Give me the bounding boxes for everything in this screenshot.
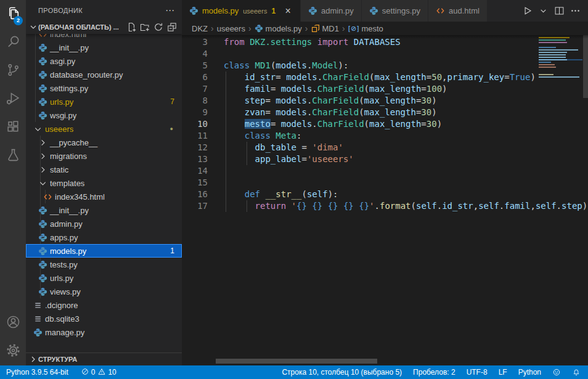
new-file-icon[interactable] bbox=[126, 22, 136, 32]
code-line[interactable]: 16 def __str__(self): bbox=[182, 189, 588, 200]
tree-item-apps.py[interactable]: apps.py bbox=[26, 230, 182, 244]
tree-item-__init__.py[interactable]: __init__.py bbox=[26, 203, 182, 217]
code-line[interactable]: 4 bbox=[182, 48, 588, 60]
workspace-section-header[interactable]: (РАБОЧАЯ ОБЛАСТЬ) ... bbox=[26, 20, 182, 34]
breadcrumb-item-mesto[interactable]: [⊘]mesto bbox=[348, 24, 383, 33]
status-python-version[interactable]: Python 3.9.5 64-bit bbox=[2, 365, 72, 379]
tree-item-admin.py[interactable]: admin.py bbox=[26, 217, 182, 230]
source-control-activity-button[interactable] bbox=[0, 57, 26, 85]
code-line[interactable]: 7 famil= models.CharField(max_length=100… bbox=[182, 83, 588, 95]
chevron-right-icon bbox=[37, 151, 48, 161]
code-line[interactable]: 3from DKZ.settings import DATABASES bbox=[182, 36, 588, 48]
code-line[interactable]: 11 class Meta: bbox=[182, 130, 588, 142]
python-icon bbox=[37, 205, 48, 215]
tab-aud.html[interactable]: aud.html bbox=[428, 0, 488, 22]
tree-item-label: urls.py bbox=[50, 97, 73, 107]
code-line[interactable]: 5class MD1(models.Model): bbox=[182, 60, 588, 71]
tree-item-views.py[interactable]: views.py bbox=[26, 285, 182, 298]
tree-item-__pycache__[interactable]: __pycache__ bbox=[26, 136, 182, 149]
tree-item-asgi.py[interactable]: asgi.py bbox=[26, 54, 182, 68]
status-problems[interactable]: 0 10 bbox=[77, 365, 120, 379]
tree-item-urls.py[interactable]: urls.py7 bbox=[26, 95, 182, 108]
field-symbol-icon: [⊘] bbox=[348, 25, 359, 33]
code-line[interactable]: 15 bbox=[182, 177, 588, 189]
python-icon bbox=[369, 6, 382, 15]
tab-detail: useeers bbox=[243, 7, 267, 15]
code-line[interactable]: 14 bbox=[182, 165, 588, 177]
breadcrumb-item-MD1[interactable]: MD1 bbox=[311, 24, 339, 33]
code-line[interactable]: 8 step= models.CharField(max_length=30) bbox=[182, 95, 588, 107]
line-number: 17 bbox=[182, 200, 208, 212]
tree-item-manage.py[interactable]: manage.py bbox=[26, 325, 182, 339]
notifications-bell-icon[interactable] bbox=[568, 365, 584, 379]
tree-item-database_roouter.py[interactable]: database_roouter.py bbox=[26, 68, 182, 81]
minimap-bar bbox=[539, 49, 578, 51]
tree-item-db.sqlite3[interactable]: db.sqlite3 bbox=[26, 312, 182, 325]
outline-section-header[interactable]: СТРУКТУРА bbox=[26, 353, 182, 365]
close-icon[interactable]: × bbox=[283, 6, 293, 16]
tab-admin.py[interactable]: admin.py bbox=[301, 0, 362, 22]
refresh-icon[interactable] bbox=[153, 22, 163, 32]
tab-models.py[interactable]: models.pyuseeers1× bbox=[182, 0, 301, 22]
breadcrumb-item-models.py[interactable]: models.py bbox=[255, 24, 302, 33]
code-line[interactable]: 9 zvan= models.CharField(max_length=30) bbox=[182, 107, 588, 118]
settings-button[interactable] bbox=[0, 337, 26, 365]
explorer-activity-button[interactable]: 2 bbox=[0, 0, 26, 28]
status-eol[interactable]: LF bbox=[495, 365, 511, 379]
tree-item-templates[interactable]: templates bbox=[26, 176, 182, 190]
code-line[interactable]: 6 id_str= models.CharField(max_length=50… bbox=[182, 71, 588, 83]
status-bar-right: Строка 10, столбец 10 (выбрано 5) Пробел… bbox=[278, 365, 588, 379]
chevron-right-icon bbox=[37, 165, 48, 174]
collapse-all-icon[interactable] bbox=[167, 22, 177, 32]
tab-settings.py[interactable]: settings.py bbox=[362, 0, 428, 22]
tree-item-label: .dcignore bbox=[45, 301, 78, 310]
tree-item-.dcignore[interactable]: .dcignore bbox=[26, 298, 182, 312]
tree-item-migrations[interactable]: migrations bbox=[26, 149, 182, 163]
tree-item-index345.html[interactable]: index345.html bbox=[26, 190, 182, 203]
horizontal-scrollbar[interactable] bbox=[216, 359, 377, 364]
status-bar: Python 3.9.5 64-bit 0 bbox=[0, 365, 588, 379]
code-line[interactable]: 10 mesto= models.CharField(max_length=30… bbox=[182, 118, 588, 130]
status-cursor-position[interactable]: Строка 10, столбец 10 (выбрано 5) bbox=[278, 365, 406, 379]
tree-item-settings.py[interactable]: settings.py bbox=[26, 81, 182, 95]
more-icon[interactable] bbox=[568, 4, 582, 18]
code-line[interactable]: 17 return '{} {} {} {} {}'.format(self.i… bbox=[182, 200, 588, 212]
search-activity-button[interactable] bbox=[0, 28, 26, 57]
code-editor[interactable]: 3from DKZ.settings import DATABASES45cla… bbox=[182, 35, 588, 365]
explorer-more-actions-icon[interactable]: ⋯ bbox=[165, 5, 174, 16]
run-and-debug-activity-button[interactable] bbox=[0, 85, 26, 113]
breadcrumb-item-DKZ[interactable]: DKZ bbox=[192, 24, 208, 33]
tree-item-__init__.py[interactable]: __init__.py bbox=[26, 41, 182, 54]
breadcrumb-item-useeers[interactable]: useeers bbox=[217, 24, 245, 33]
tree-item-label: manage.py bbox=[45, 328, 84, 337]
vertical-scrollbar[interactable] bbox=[583, 35, 588, 98]
code-line[interactable]: 12 db_table = 'dima' bbox=[182, 142, 588, 153]
code-line[interactable]: 13 app_label='useeers' bbox=[182, 153, 588, 165]
modified-dot: ● bbox=[170, 126, 173, 132]
status-indentation[interactable]: Пробелов: 2 bbox=[409, 365, 459, 379]
tree-item-static[interactable]: static bbox=[26, 163, 182, 176]
tree-item-label: tests.py bbox=[50, 260, 78, 269]
split-editor-icon[interactable] bbox=[552, 4, 566, 18]
run-icon[interactable] bbox=[520, 4, 534, 18]
tree-item-label: __init__.py bbox=[50, 43, 89, 52]
minimap-line bbox=[539, 54, 582, 55]
tree-item-useeers[interactable]: useeers● bbox=[26, 122, 182, 136]
python-icon bbox=[37, 83, 48, 93]
new-folder-icon[interactable] bbox=[140, 22, 150, 32]
tree-item-wsgi.py[interactable]: wsgi.py bbox=[26, 108, 182, 122]
tree-item-urls.py[interactable]: urls.py bbox=[26, 271, 182, 285]
extensions-activity-button[interactable] bbox=[0, 113, 26, 142]
tree-item-tests.py[interactable]: tests.py bbox=[26, 258, 182, 271]
status-encoding[interactable]: UTF-8 bbox=[463, 365, 491, 379]
account-button[interactable] bbox=[0, 309, 26, 337]
status-language[interactable]: Python bbox=[515, 365, 545, 379]
tree-item-models.py[interactable]: models.py1 bbox=[26, 244, 182, 258]
feedback-icon[interactable] bbox=[549, 365, 565, 379]
run-dropdown-icon[interactable] bbox=[536, 4, 550, 18]
minimap[interactable] bbox=[539, 36, 582, 83]
testing-activity-button[interactable] bbox=[0, 142, 26, 170]
minimap-line bbox=[539, 67, 582, 68]
file-icon bbox=[32, 300, 43, 310]
error-count: 0 bbox=[91, 368, 96, 377]
